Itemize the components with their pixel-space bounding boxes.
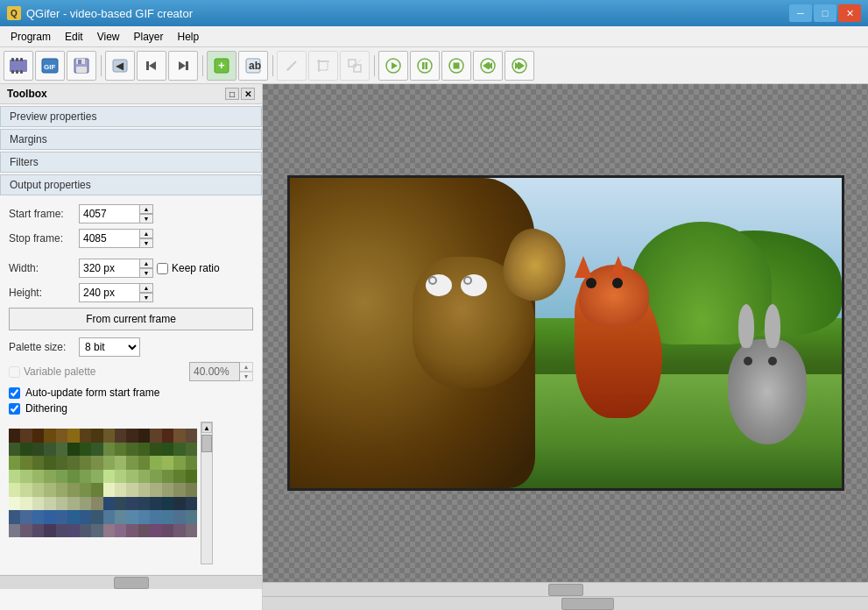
- palette-cell[interactable]: [9, 470, 20, 484]
- palette-cell[interactable]: [20, 456, 32, 470]
- palette-cell[interactable]: [80, 443, 91, 457]
- palette-cell[interactable]: [44, 470, 55, 484]
- palette-cell[interactable]: [115, 429, 126, 443]
- palette-cell[interactable]: [150, 456, 161, 470]
- palette-cell[interactable]: [162, 456, 173, 470]
- palette-cell[interactable]: [67, 429, 79, 443]
- palette-cell[interactable]: [126, 524, 138, 538]
- toolbox-scroll-thumb[interactable]: [114, 577, 149, 589]
- palette-cell[interactable]: [138, 483, 150, 497]
- height-input[interactable]: [79, 283, 140, 302]
- palette-cell[interactable]: [9, 429, 20, 443]
- palette-cell[interactable]: [162, 497, 173, 511]
- palette-cell[interactable]: [80, 470, 91, 484]
- palette-cell[interactable]: [56, 456, 67, 470]
- auto-update-checkbox[interactable]: [9, 387, 20, 399]
- export-gif-button[interactable]: GIF: [35, 51, 65, 81]
- palette-cell[interactable]: [32, 456, 44, 470]
- pause-button[interactable]: [410, 51, 440, 81]
- palette-cell[interactable]: [126, 497, 138, 511]
- palette-cell[interactable]: [44, 510, 55, 524]
- timeline-scrollbar[interactable]: [263, 596, 868, 610]
- palette-cell[interactable]: [126, 429, 138, 443]
- width-up[interactable]: ▲: [139, 259, 153, 268]
- palette-cell[interactable]: [44, 429, 55, 443]
- minimize-button[interactable]: ─: [789, 4, 812, 22]
- palette-cell[interactable]: [162, 483, 173, 497]
- rewind-button[interactable]: [473, 51, 503, 81]
- menu-view[interactable]: View: [90, 29, 127, 45]
- height-down[interactable]: ▼: [139, 293, 153, 302]
- palette-size-select[interactable]: 8 bit7 bit6 bit4 bit: [79, 337, 140, 357]
- palette-cell[interactable]: [91, 429, 102, 443]
- palette-cell[interactable]: [32, 443, 44, 457]
- close-button[interactable]: ✕: [838, 4, 861, 22]
- palette-cell[interactable]: [44, 497, 55, 511]
- palette-cell[interactable]: [32, 429, 44, 443]
- palette-cell[interactable]: [103, 470, 115, 484]
- palette-cell[interactable]: [115, 483, 126, 497]
- palette-cell[interactable]: [186, 443, 197, 457]
- palette-cell[interactable]: [173, 429, 185, 443]
- palette-cell[interactable]: [173, 483, 185, 497]
- palette-cell[interactable]: [20, 443, 32, 457]
- variable-palette-checkbox[interactable]: [9, 366, 20, 378]
- timeline-scroll-thumb[interactable]: [561, 598, 614, 610]
- play-button[interactable]: [378, 51, 408, 81]
- palette-cell[interactable]: [103, 524, 115, 538]
- palette-cell[interactable]: [173, 524, 185, 538]
- palette-cell[interactable]: [67, 524, 79, 538]
- stop-frame-down[interactable]: ▼: [139, 238, 153, 248]
- palette-cell[interactable]: [80, 456, 91, 470]
- palette-cell[interactable]: [173, 443, 185, 457]
- height-spinner-btns[interactable]: ▲ ▼: [139, 283, 153, 302]
- width-input[interactable]: [79, 259, 140, 278]
- palette-cell[interactable]: [126, 443, 138, 457]
- palette-cell[interactable]: [162, 443, 173, 457]
- palette-cell[interactable]: [32, 524, 44, 538]
- menu-edit[interactable]: Edit: [58, 29, 90, 45]
- palette-cell[interactable]: [162, 510, 173, 524]
- height-up[interactable]: ▲: [139, 283, 153, 293]
- palette-cell[interactable]: [44, 456, 55, 470]
- stop-frame-spinner-btns[interactable]: ▲ ▼: [139, 229, 153, 248]
- add-frame-button[interactable]: +: [207, 51, 236, 81]
- palette-cell[interactable]: [186, 470, 197, 484]
- palette-cell[interactable]: [173, 510, 185, 524]
- stop-button[interactable]: [441, 51, 471, 81]
- palette-cell[interactable]: [115, 524, 126, 538]
- menu-player[interactable]: Player: [127, 29, 171, 45]
- palette-percent-up[interactable]: ▲: [239, 362, 253, 372]
- palette-cell[interactable]: [138, 524, 150, 538]
- menu-program[interactable]: Program: [4, 29, 58, 45]
- palette-cell[interactable]: [186, 456, 197, 470]
- palette-cell[interactable]: [56, 429, 67, 443]
- height-spinner[interactable]: ▲ ▼: [79, 283, 153, 302]
- palette-cell[interactable]: [9, 497, 20, 511]
- output-properties-header[interactable]: Output properties: [0, 174, 262, 195]
- margins-header[interactable]: Margins: [0, 129, 262, 150]
- palette-cell[interactable]: [138, 470, 150, 484]
- palette-scrollbar[interactable]: ▲: [201, 422, 213, 564]
- start-frame-spinner[interactable]: ▲ ▼: [79, 204, 153, 223]
- window-controls[interactable]: ─ □ ✕: [789, 4, 861, 22]
- maximize-button[interactable]: □: [814, 4, 836, 22]
- palette-cell[interactable]: [20, 510, 32, 524]
- step-forward-button[interactable]: [168, 51, 198, 81]
- palette-cell[interactable]: [103, 429, 115, 443]
- palette-cell[interactable]: [56, 524, 67, 538]
- palette-cell[interactable]: [9, 456, 20, 470]
- palette-cell[interactable]: [115, 470, 126, 484]
- width-down[interactable]: ▼: [139, 268, 153, 278]
- palette-cell[interactable]: [103, 443, 115, 457]
- preview-properties-header[interactable]: Preview properties: [0, 106, 262, 127]
- palette-cell[interactable]: [20, 483, 32, 497]
- palette-scroll-up[interactable]: ▲: [201, 422, 212, 433]
- start-frame-down[interactable]: ▼: [139, 214, 153, 223]
- palette-cell[interactable]: [91, 470, 102, 484]
- palette-scroll-thumb[interactable]: [201, 435, 212, 452]
- palette-cell[interactable]: [91, 483, 102, 497]
- palette-cell[interactable]: [186, 429, 197, 443]
- palette-cell[interactable]: [67, 497, 79, 511]
- palette-cell[interactable]: [150, 497, 161, 511]
